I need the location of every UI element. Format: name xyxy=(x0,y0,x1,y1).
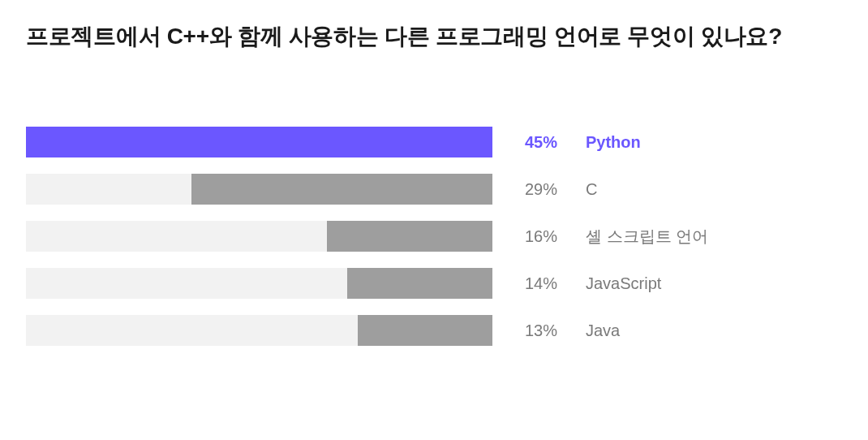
bar-fill xyxy=(191,174,492,205)
bar-fill xyxy=(327,221,492,252)
bar-fill xyxy=(358,315,492,346)
category-label: JavaScript xyxy=(569,274,661,293)
bar-fill xyxy=(347,268,492,299)
category-label: 셸 스크립트 언어 xyxy=(569,226,708,248)
bar-track xyxy=(26,127,492,157)
chart-row: 16% 셸 스크립트 언어 xyxy=(26,221,842,252)
bar-track xyxy=(26,268,492,299)
chart-title: 프로젝트에서 C++와 함께 사용하는 다른 프로그래밍 언어로 무엇이 있나요… xyxy=(26,19,842,54)
category-label: C xyxy=(569,180,597,199)
category-label: Java xyxy=(569,321,620,340)
category-label: Python xyxy=(569,133,641,152)
chart-row: 13% Java xyxy=(26,315,842,346)
value-label: 16% xyxy=(492,227,569,246)
value-label: 14% xyxy=(492,274,569,293)
bar-track xyxy=(26,174,492,205)
chart-row: 29% C xyxy=(26,174,842,205)
bar-track xyxy=(26,315,492,346)
chart-row: 14% JavaScript xyxy=(26,268,842,299)
bar-fill xyxy=(26,127,492,157)
value-label: 13% xyxy=(492,321,569,340)
chart-row: 45% Python xyxy=(26,127,842,157)
value-label: 45% xyxy=(492,133,569,152)
chart-rows: 45% Python 29% C 16% 셸 스크립트 언어 14% JavaS… xyxy=(26,127,842,346)
value-label: 29% xyxy=(492,180,569,199)
bar-track xyxy=(26,221,492,252)
